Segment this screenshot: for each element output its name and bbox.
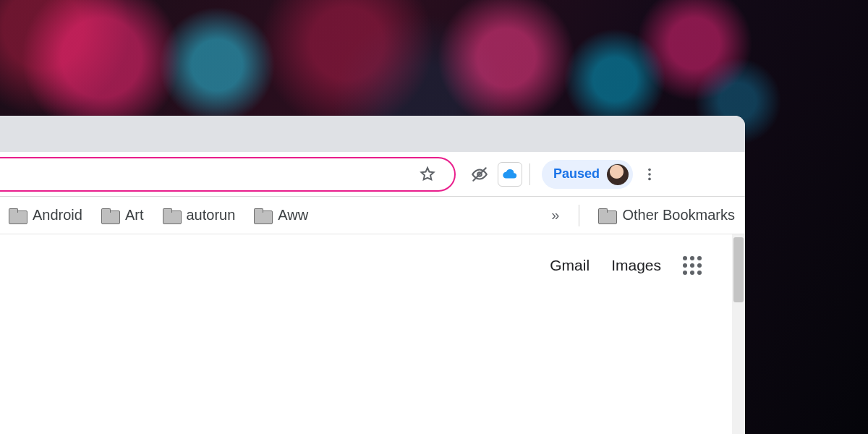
kebab-menu-icon[interactable] (636, 161, 663, 188)
toolbar: Paused (0, 152, 745, 197)
bookmark-label: autorun (187, 207, 236, 224)
scrollbar-thumb[interactable] (733, 237, 744, 302)
folder-icon (9, 208, 26, 223)
bookmarks-separator (579, 205, 579, 226)
bookmarks-bar: Android Art autorun Aww » Other Bookmark… (0, 197, 745, 234)
browser-window: Paused Android Art autorun Aww » (0, 116, 745, 434)
bookmark-folder[interactable]: Android (9, 207, 82, 224)
bookmark-label: Other Bookmarks (622, 207, 735, 224)
avatar (607, 163, 629, 185)
bookmark-folder[interactable]: Art (101, 207, 144, 224)
page-content: Gmail Images (0, 234, 745, 434)
toolbar-separator (529, 163, 530, 185)
other-bookmarks-folder[interactable]: Other Bookmarks (598, 207, 735, 224)
images-link[interactable]: Images (611, 257, 661, 274)
vertical-scrollbar[interactable] (732, 234, 745, 434)
tab-strip[interactable] (0, 116, 745, 152)
header-links: Gmail Images (550, 256, 702, 275)
bookmarks-overflow-icon[interactable]: » (548, 207, 560, 224)
bookmark-label: Android (33, 207, 82, 224)
apps-grid-icon[interactable] (683, 256, 702, 275)
cloud-icon[interactable] (498, 162, 522, 187)
profile-chip[interactable]: Paused (542, 160, 633, 189)
bookmark-folder[interactable]: Aww (254, 207, 308, 224)
svg-point-3 (648, 173, 651, 176)
folder-icon (254, 208, 271, 223)
bookmark-label: Art (125, 207, 144, 224)
gmail-link[interactable]: Gmail (550, 257, 590, 274)
sync-status-label: Paused (553, 166, 600, 182)
folder-icon (101, 208, 119, 223)
svg-point-4 (648, 177, 651, 180)
bookmark-label: Aww (278, 207, 308, 224)
svg-point-2 (648, 168, 651, 171)
bookmark-folder[interactable]: autorun (163, 207, 236, 224)
folder-icon (598, 208, 616, 223)
folder-icon (163, 208, 180, 223)
eye-off-icon[interactable] (466, 161, 493, 188)
address-bar[interactable] (0, 157, 456, 192)
star-icon[interactable] (414, 161, 441, 188)
